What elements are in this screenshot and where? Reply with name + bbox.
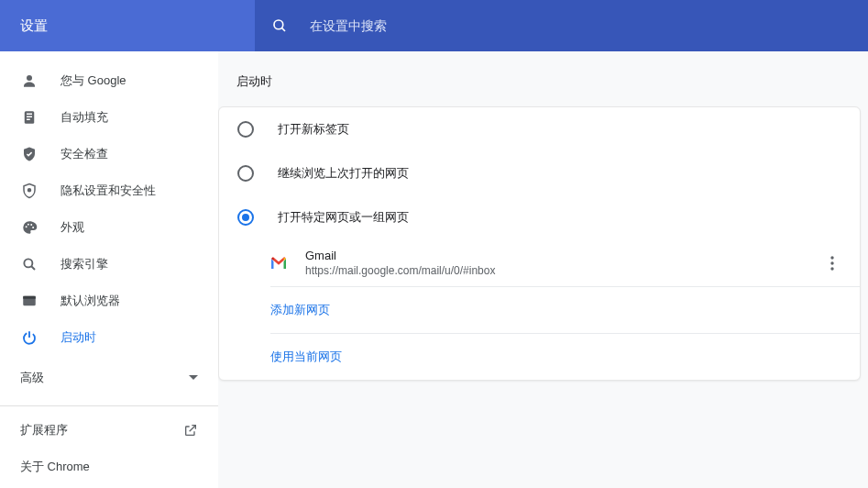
extensions-label: 扩展程序: [20, 422, 68, 438]
svg-point-10: [30, 224, 32, 226]
svg-rect-5: [27, 116, 32, 118]
advanced-label: 高级: [20, 370, 44, 386]
sidebar-about-chrome[interactable]: 关于 Chrome: [0, 449, 218, 485]
palette-icon: [20, 219, 38, 236]
use-current-pages-button[interactable]: 使用当前网页: [219, 334, 860, 380]
sidebar-item-label: 默认浏览器: [60, 293, 120, 309]
svg-point-7: [28, 189, 31, 192]
header-title: 设置: [0, 0, 255, 51]
search-icon: [271, 17, 288, 34]
svg-point-20: [830, 267, 833, 270]
person-icon: [20, 72, 38, 89]
sidebar-item-default-browser[interactable]: 默认浏览器: [0, 283, 218, 319]
sidebar-advanced[interactable]: 高级: [0, 356, 218, 400]
startup-page-url: https://mail.google.com/mail/u/0/#inbox: [305, 264, 495, 277]
svg-point-9: [27, 224, 29, 226]
search-input[interactable]: [310, 18, 868, 33]
sidebar-item-safety-check[interactable]: 安全检查: [0, 136, 218, 172]
svg-point-8: [26, 226, 27, 227]
gmail-icon: [270, 255, 287, 272]
sidebar-item-label: 自动填充: [60, 109, 108, 126]
startup-page-title: Gmail: [305, 249, 495, 262]
autofill-icon: [20, 109, 38, 126]
radio-label: 打开新标签页: [278, 121, 349, 138]
svg-rect-4: [27, 114, 32, 116]
sidebar-item-you-google[interactable]: 您与 Google: [0, 62, 218, 99]
radio-icon: [237, 165, 254, 182]
radio-label: 继续浏览上次打开的网页: [278, 165, 409, 182]
browser-icon: [20, 293, 38, 309]
sidebar-item-autofill[interactable]: 自动填充: [0, 99, 218, 136]
svg-line-13: [31, 266, 35, 270]
sidebar-item-appearance[interactable]: 外观: [0, 209, 218, 246]
radio-icon-selected: [237, 209, 254, 226]
startup-page-row: Gmail https://mail.google.com/mail/u/0/#…: [219, 239, 860, 286]
chevron-down-icon: [189, 375, 198, 381]
svg-point-19: [830, 261, 833, 264]
sidebar-item-label: 您与 Google: [60, 72, 126, 89]
sidebar-item-label: 搜索引擎: [60, 256, 108, 272]
search-bar[interactable]: [255, 0, 868, 51]
add-new-page-button[interactable]: 添加新网页: [219, 287, 860, 333]
radio-label: 打开特定网页或一组网页: [278, 209, 409, 226]
radio-option-specific-pages[interactable]: 打开特定网页或一组网页: [219, 195, 860, 239]
more-actions-button[interactable]: [821, 252, 843, 274]
use-current-label: 使用当前网页: [270, 349, 342, 363]
sidebar-extensions[interactable]: 扩展程序: [0, 412, 218, 449]
startup-card: 打开新标签页 继续浏览上次打开的网页 打开特定网页或一组网页 Gmail htt…: [218, 106, 861, 381]
privacy-icon: [20, 183, 38, 199]
sidebar-item-search-engine[interactable]: 搜索引擎: [0, 246, 218, 283]
sidebar-item-label: 启动时: [60, 329, 96, 346]
svg-rect-6: [27, 119, 30, 121]
sidebar-item-label: 隐私设置和安全性: [60, 183, 156, 199]
radio-icon: [237, 121, 254, 138]
svg-rect-15: [23, 296, 36, 299]
sidebar-item-label: 外观: [60, 219, 84, 236]
add-page-label: 添加新网页: [270, 303, 330, 316]
sidebar-item-label: 安全检查: [60, 146, 108, 162]
sidebar-item-privacy[interactable]: 隐私设置和安全性: [0, 172, 218, 209]
svg-point-18: [830, 256, 833, 259]
about-label: 关于 Chrome: [20, 459, 90, 475]
svg-point-2: [27, 75, 32, 81]
settings-title: 设置: [20, 17, 48, 35]
section-title: 启动时: [236, 73, 868, 90]
sidebar: 您与 Google 自动填充 安全检查 隐私设置和安全性 外观: [0, 51, 218, 488]
sidebar-item-on-startup[interactable]: 启动时: [0, 319, 218, 356]
power-icon: [20, 329, 38, 346]
external-link-icon: [183, 423, 198, 438]
divider: [0, 405, 218, 406]
svg-point-12: [24, 259, 32, 267]
svg-point-11: [32, 227, 34, 228]
search-icon: [20, 256, 38, 272]
svg-line-1: [282, 28, 285, 31]
svg-point-0: [274, 20, 283, 29]
check-shield-icon: [20, 146, 38, 162]
radio-option-continue[interactable]: 继续浏览上次打开的网页: [219, 151, 860, 195]
main-content: 启动时 打开新标签页 继续浏览上次打开的网页 打开特定网页或一组网页 Gmail: [218, 51, 868, 488]
radio-option-new-tab[interactable]: 打开新标签页: [219, 107, 860, 151]
more-vert-icon: [830, 256, 834, 271]
